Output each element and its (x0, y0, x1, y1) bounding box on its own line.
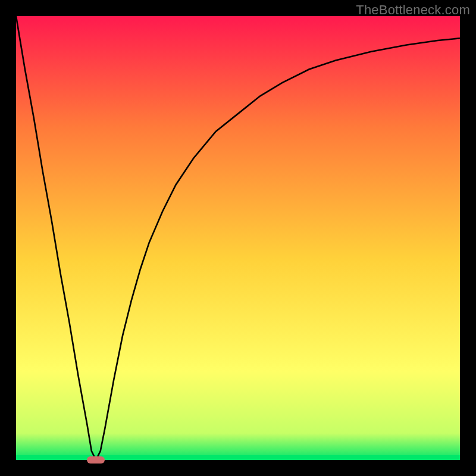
chart-frame (16, 16, 460, 460)
curve-path (16, 16, 460, 460)
optimal-point-marker (87, 456, 105, 464)
bottleneck-curve (16, 16, 460, 460)
